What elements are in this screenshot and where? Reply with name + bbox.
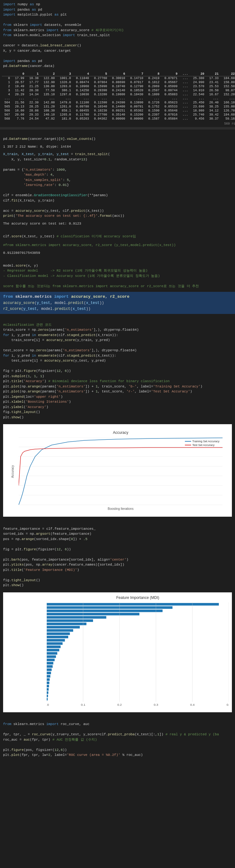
df-column-header: 3 — [57, 72, 73, 76]
svg-text:0.1: 0.1 — [81, 703, 85, 706]
df-cell: 26.50 — [207, 88, 221, 93]
df-cell: 158.80 — [221, 80, 235, 84]
feature-bar — [47, 619, 93, 622]
df-column-header: 2 — [41, 72, 57, 76]
df-cell: ... — [27, 97, 41, 101]
feature-bar — [47, 629, 73, 631]
df-cell: 16.67 — [207, 93, 221, 97]
df-cell: 0.07016 — [162, 113, 180, 117]
highlighted-import-block: from sklearn.metrics import accuracy_sco… — [0, 292, 235, 314]
scrollbar[interactable] — [0, 127, 235, 130]
df-cell: 0.24140 — [109, 88, 128, 93]
df-cell: 1203.0 — [57, 84, 73, 88]
svg-text:0.0: 0.0 — [47, 703, 49, 706]
feature-bar — [47, 649, 59, 651]
df-cell: 21.25 — [27, 84, 41, 88]
df-cell: 25.380 — [191, 76, 207, 80]
df-cell: 28.08 — [27, 109, 41, 113]
feature-bar — [47, 616, 106, 619]
feature-bar — [47, 639, 65, 641]
df-cell: 11.42 — [12, 88, 27, 93]
df-cell: 25.740 — [191, 113, 207, 117]
legend-color-train — [185, 441, 191, 442]
df-column-header — [2, 72, 12, 76]
df-cell: 567 — [2, 113, 12, 117]
df-cell: ... — [180, 97, 191, 101]
df-cell: 564 — [2, 101, 12, 105]
df-column-header: 0 — [12, 72, 27, 76]
feature-bar — [47, 623, 87, 625]
df-cell: 0.2069 — [146, 84, 162, 88]
df-cell: 142.00 — [41, 101, 57, 105]
value-counts-output: 1 357 2 212 Name: 0, dtype: int64 — [0, 144, 235, 150]
df-cell: 24.54 — [27, 117, 41, 121]
df-cell: ... — [146, 97, 162, 101]
df-cell: 0.05302 — [128, 109, 146, 113]
dataframe-footer: 569 rows × 30 columns — [2, 121, 235, 126]
df-cell: 0.28390 — [92, 88, 109, 93]
df-cell: 0.11840 — [73, 76, 92, 80]
df-cell: 152.50 — [221, 84, 235, 88]
df-column-header: 9 — [162, 72, 180, 76]
dataframe-table: 0123456789...20212223 017.9910.38122.801… — [2, 72, 235, 126]
df-cell: 98.87 — [221, 88, 235, 93]
df-cell: 0.2419 — [146, 76, 162, 80]
feature-bar — [47, 636, 68, 638]
df-cell: 0.07017 — [128, 80, 146, 84]
df-cell: 0.08474 — [73, 80, 92, 84]
df-cell: 0.1590 — [146, 109, 162, 113]
df-cell: 108.30 — [41, 109, 57, 113]
feature-bar — [47, 613, 139, 615]
df-cell: 20.38 — [27, 88, 41, 93]
feature-bar — [47, 678, 50, 681]
df-cell: 140.10 — [41, 113, 57, 117]
feature-bar — [47, 685, 49, 687]
df-cell: 2 — [2, 84, 12, 88]
df-column-header: 1 — [27, 72, 41, 76]
df-cell: 0.2597 — [146, 88, 162, 93]
df-column-header: 6 — [109, 72, 128, 76]
df-cell: 0.10960 — [73, 84, 92, 88]
df-cell: 0.30010 — [109, 76, 128, 80]
df-cell: 0.14250 — [73, 88, 92, 93]
df-cell: 0.00000 — [109, 117, 128, 121]
df-cell: 4 — [2, 93, 12, 97]
df-cell: 0.15990 — [92, 84, 109, 88]
table-row: 420.2914.34135.101297.00.100300.132800.1… — [2, 93, 235, 97]
feature-importance-chart-svg: mean radiusmean perimeterworst compactne… — [47, 602, 229, 708]
dataframe-output: 0123456789...20212223 017.9910.38122.801… — [0, 71, 235, 127]
df-cell: 39.42 — [207, 113, 221, 117]
df-cell: ... — [180, 117, 191, 121]
df-cell: 22.540 — [191, 93, 207, 97]
df-cell: 30.37 — [207, 117, 221, 121]
df-cell: 565 — [2, 105, 12, 109]
df-cell: 23.690 — [191, 105, 207, 109]
df-cell: 0.27700 — [92, 113, 109, 117]
df-cell: 7.76 — [12, 117, 27, 121]
df-cell: 0.05883 — [162, 93, 180, 97]
df-cell: 0.27760 — [92, 76, 109, 80]
df-cell: 24.990 — [191, 80, 207, 84]
df-cell: 26.40 — [207, 101, 221, 105]
df-cell: 566 — [2, 109, 12, 113]
df-cell: ... — [180, 113, 191, 117]
legend-item-train: Training Set Accuracy — [185, 440, 220, 443]
df-cell: 23.570 — [191, 84, 207, 88]
feature-bar — [47, 655, 56, 658]
feature-bar — [47, 632, 70, 635]
feature-bar — [47, 606, 172, 609]
df-cell: 0.05263 — [73, 117, 92, 121]
table-row: 5687.7624.5447.92181.00.052630.043620.00… — [2, 117, 235, 121]
table-row: 56520.1328.25131.201261.00.097800.103400… — [2, 105, 235, 109]
df-cell: 0.05533 — [162, 105, 180, 109]
df-cell: 10.38 — [27, 76, 41, 80]
df-cell: ... — [180, 84, 191, 88]
df-cell: 181.0 — [57, 117, 73, 121]
df-cell: 1261.0 — [57, 105, 73, 109]
imports-section: import numpy as np import pandas as pd i… — [0, 0, 235, 71]
df-cell: 47.92 — [41, 117, 57, 121]
df-cell: 20.29 — [12, 93, 27, 97]
df-cell: 19.49 — [12, 84, 27, 88]
df-cell: 0.1587 — [146, 117, 162, 121]
df-cell: 166.10 — [221, 101, 235, 105]
